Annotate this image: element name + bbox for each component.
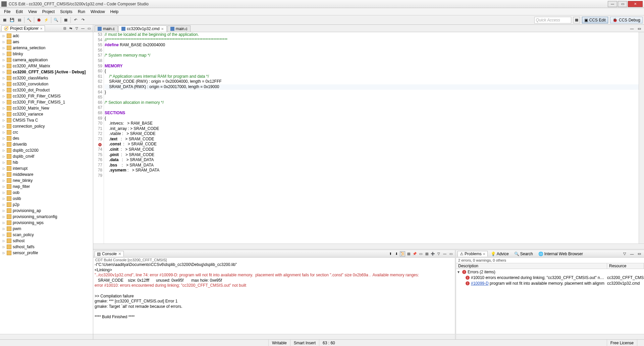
problems-tree[interactable]: ▾!Errors (2 items)!#10010 errors encount… — [456, 269, 644, 334]
close-button[interactable]: ✕ — [628, 1, 643, 7]
project-cc3200_Matrix_New[interactable]: ▷cc3200_Matrix_New — [0, 105, 93, 111]
console-minimize-icon[interactable]: — — [442, 251, 447, 257]
explorer-scrollbar[interactable] — [0, 334, 93, 339]
project-scan_policy[interactable]: ▷scan_policy — [0, 232, 93, 238]
project-interrupt[interactable]: ▷interrupt — [0, 165, 93, 171]
forward-button[interactable]: ↷ — [79, 17, 86, 23]
close-icon[interactable]: ✕ — [161, 27, 164, 31]
menu-edit[interactable]: Edit — [13, 9, 25, 15]
view-menu-icon[interactable]: ▽ — [74, 26, 79, 31]
debug-button[interactable]: 🐞 — [36, 17, 42, 23]
project-sdhost[interactable]: ▷sdhost — [0, 238, 93, 244]
project-middleware[interactable]: ▷middleware — [0, 171, 93, 178]
project-cc3200_ARM_Matrix[interactable]: ▷cc3200_ARM_Matrix — [0, 63, 93, 69]
open-console-icon[interactable]: ▤ — [424, 251, 429, 257]
project-cc3200_convolution[interactable]: ▷cc3200_convolution — [0, 81, 93, 87]
maximize-panel-icon[interactable]: ▭ — [86, 26, 92, 31]
flash-button[interactable]: ⚡ — [43, 17, 50, 23]
problem-item[interactable]: !#10010 errors encountered during linkin… — [456, 275, 644, 280]
tab-search[interactable]: 🔍Search — [512, 251, 535, 257]
menu-project[interactable]: Project — [40, 9, 57, 15]
code-area[interactable]: // must be located at the beginning of t… — [104, 32, 639, 244]
console-output[interactable]: -I"C:\Users\aaditya\Documents\CCSv6\dspl… — [93, 262, 455, 334]
new-console-icon[interactable]: ➕ — [430, 251, 435, 257]
project-provisioning_wps[interactable]: ▷provisioning_wps — [0, 220, 93, 226]
editor-tab-main-c[interactable]: main.c — [167, 25, 191, 32]
project-aes[interactable]: ▷aes — [0, 39, 93, 45]
menu-scripts[interactable]: Scripts — [57, 9, 75, 15]
project-adc[interactable]: ▷adc — [0, 33, 93, 39]
editor-vscroll[interactable] — [639, 32, 644, 244]
problems-hscroll[interactable] — [456, 334, 644, 339]
project-cc3200_FIR_Filter_CMSIS[interactable]: ▷cc3200_FIR_Filter_CMSIS — [0, 93, 93, 99]
error-link[interactable]: #10099-D — [471, 281, 489, 286]
project-hib[interactable]: ▷hib — [0, 159, 93, 165]
save-button[interactable]: 💾 — [9, 17, 15, 23]
errors-group[interactable]: ▾!Errors (2 items) — [456, 269, 644, 275]
console-menu-icon[interactable]: ▽ — [436, 251, 441, 257]
quick-access-input[interactable]: Quick Access — [534, 17, 571, 23]
close-icon[interactable]: ✕ — [40, 27, 43, 30]
pin-console-icon[interactable]: 📌 — [412, 251, 417, 257]
project-oslib[interactable]: ▷oslib — [0, 196, 93, 202]
project-CMSIS[interactable]: ▷CMSIS Tiva C — [0, 117, 93, 123]
open-perspective-button[interactable]: ▦ — [573, 17, 580, 23]
project-antenna_selection[interactable]: ▷antenna_selection — [0, 45, 93, 51]
back-button[interactable]: ↶ — [72, 17, 79, 23]
menu-view[interactable]: View — [25, 9, 40, 15]
lock-scroll-icon[interactable]: 📜 — [400, 251, 405, 257]
col-description[interactable]: Description — [456, 263, 607, 269]
project-oob[interactable]: ▷oob — [0, 190, 93, 196]
tab-internal-web-browser[interactable]: 🌐Internal Web Browser — [536, 251, 585, 257]
col-resource[interactable]: Resource — [607, 263, 644, 269]
menu-run[interactable]: Run — [75, 9, 88, 15]
project-dsplib_cm4f[interactable]: ▷dsplib_cm4f — [0, 153, 93, 159]
project-des[interactable]: ▷des — [0, 135, 93, 141]
console-hscroll[interactable] — [93, 334, 455, 339]
explorer-tab[interactable]: 🧭 Project Explorer ✕ — [1, 25, 45, 31]
tab-problems[interactable]: ⚠Problems✕ — [458, 251, 488, 257]
project-new_blinky[interactable]: ▷new_blinky — [0, 178, 93, 184]
search-button[interactable]: 🔍 — [53, 17, 59, 23]
editor-body[interactable]: 5354555657585960616263646566676869707172… — [93, 32, 644, 244]
link-editor-icon[interactable]: ⇆ — [68, 26, 73, 31]
project-sdhost_fatfs[interactable]: ▷sdhost_fatfs — [0, 244, 93, 250]
problem-item[interactable]: !#10099-D program will not fit into avai… — [456, 280, 644, 286]
project-crc[interactable]: ▷crc — [0, 129, 93, 135]
editor-tab-main-c[interactable]: main.c — [95, 25, 118, 32]
close-icon[interactable]: ✕ — [118, 252, 121, 256]
console-maximize-icon[interactable]: ▭ — [448, 251, 453, 257]
up-arrow-icon[interactable]: ⬆ — [388, 251, 393, 257]
editor-hscroll[interactable] — [93, 244, 644, 249]
project-provisioning_ap[interactable]: ▷provisioning_ap — [0, 208, 93, 214]
editor-tab-cc3200v1p32-cmd[interactable]: cc3200v1p32.cmd✕ — [118, 25, 166, 32]
build-button[interactable]: 🔨 — [26, 17, 33, 23]
grid-button[interactable]: ▦ — [62, 17, 69, 23]
clear-console-icon[interactable]: ▤ — [406, 251, 411, 257]
editor-maximize-icon[interactable]: ▭ — [636, 25, 643, 32]
project-cc3200_dot_Product[interactable]: ▷cc3200_dot_Product — [0, 87, 93, 93]
perspective-ccs-debug[interactable]: 🐞 CCS Debug — [610, 17, 643, 23]
perspective-ccs-edit[interactable]: ▣ CCS Edit — [582, 17, 608, 23]
maximize-button[interactable]: ▭ — [618, 1, 627, 7]
project-dsplib_cc3200[interactable]: ▷dsplib_cc3200 — [0, 147, 93, 153]
project-connection_policy[interactable]: ▷connection_policy — [0, 123, 93, 129]
new-button[interactable]: ▦ — [1, 17, 8, 23]
project-cc3200_FIR_Filter_CMSIS_1[interactable]: ▷cc3200_FIR_Filter_CMSIS_1 — [0, 99, 93, 105]
project-cc3200_classMarks[interactable]: ▷cc3200_classMarks — [0, 75, 93, 81]
project-provisioning_smartconfig[interactable]: ▷provisioning_smartconfig — [0, 214, 93, 220]
project-tree[interactable]: ▷adc▷aes▷antenna_selection▷blinky▷camera… — [0, 32, 93, 334]
problems-minimize-icon[interactable]: — — [629, 251, 635, 257]
problems-menu-icon[interactable]: ▽ — [621, 251, 628, 257]
project-driverlib[interactable]: ▷driverlib — [0, 141, 93, 147]
project-sensor_profile[interactable]: ▷sensor_profile — [0, 250, 93, 256]
display-selected-icon[interactable]: ▭ — [418, 251, 423, 257]
project-blinky[interactable]: ▷blinky — [0, 51, 93, 57]
project-pwm[interactable]: ▷pwm — [0, 226, 93, 232]
minimize-panel-icon[interactable]: — — [80, 26, 86, 31]
project-camera_application[interactable]: ▷camera_application — [0, 57, 93, 63]
collapse-all-icon[interactable]: ⊟ — [62, 26, 67, 31]
project-nwp_filter[interactable]: ▷nwp_filter — [0, 184, 93, 190]
minimize-button[interactable]: — — [608, 1, 617, 7]
down-arrow-icon[interactable]: ⬇ — [394, 251, 399, 257]
